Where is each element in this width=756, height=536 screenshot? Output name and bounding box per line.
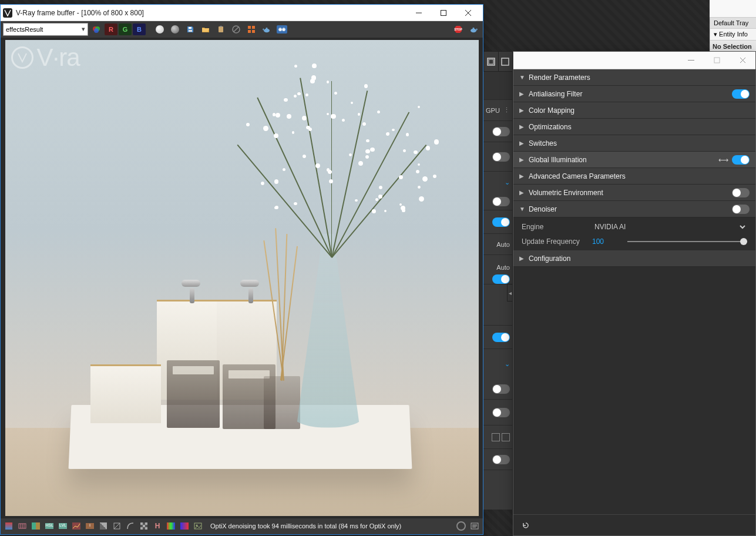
engine-select[interactable]: NVIDIA AI [592, 222, 747, 232]
svg-rect-7 [219, 26, 223, 32]
auto-label-1: Auto [496, 241, 510, 248]
clear-icon[interactable] [229, 22, 243, 36]
revert-icon[interactable] [518, 518, 533, 533]
clipboard-icon[interactable] [214, 22, 228, 36]
svg-rect-32 [140, 527, 143, 530]
caret-right-icon: ▶ [519, 255, 524, 262]
strip-tab-1[interactable] [483, 52, 498, 71]
freq-label: Update Frequency [522, 237, 586, 246]
gi-toggle[interactable] [732, 155, 750, 165]
svg-rect-8 [220, 26, 222, 27]
auto-label-2: Auto [496, 264, 510, 271]
freq-slider[interactable] [627, 241, 747, 242]
settings-close-button[interactable] [730, 52, 755, 69]
channel-selector[interactable]: effectsResult ▾ [3, 23, 88, 36]
freq-value[interactable]: 100 [592, 237, 621, 246]
svg-line-10 [234, 27, 238, 32]
volumetric-toggle[interactable] [732, 188, 750, 197]
toggle-3[interactable] [492, 197, 510, 206]
blue-channel-button[interactable]: B [133, 24, 146, 35]
tray-title[interactable]: Default Tray [710, 18, 756, 29]
section-render-parameters[interactable]: ▼Render Parameters [513, 69, 755, 86]
sb-progress-icon [455, 520, 467, 532]
svg-text:STOP: STOP [454, 28, 462, 31]
rgb-combined-icon[interactable] [89, 22, 103, 36]
toggle-7[interactable] [492, 384, 510, 394]
toggle-8[interactable] [492, 408, 510, 417]
small-box-icon-2[interactable] [502, 433, 510, 441]
save-icon[interactable] [183, 22, 197, 36]
section-optimizations[interactable]: ▶Optimizations [513, 119, 755, 135]
collapse-panel-icon[interactable]: ◂ [507, 284, 513, 302]
close-button[interactable] [456, 5, 481, 21]
slider-icon[interactable]: ⟷ [718, 156, 728, 164]
maximize-button[interactable] [431, 5, 456, 21]
teapot-start-icon[interactable] [466, 22, 481, 36]
settings-titlebar[interactable] [513, 52, 755, 69]
green-channel-button[interactable]: G [119, 24, 132, 35]
sb-srgb-icon[interactable] [125, 520, 136, 532]
denoiser-params: Engine NVIDIA AI Update Frequency 100 [513, 217, 755, 250]
sb-curves-icon[interactable]: LVL [57, 520, 69, 532]
sb-compare-icon[interactable] [30, 520, 42, 532]
status-message: OptiX denoising took 94 milliseconds in … [206, 522, 453, 530]
svg-rect-5 [189, 27, 191, 29]
red-channel-button[interactable]: R [105, 24, 117, 35]
strip-tab-2[interactable] [498, 52, 513, 71]
sb-h-icon[interactable]: H [152, 520, 163, 532]
settings-maximize-button[interactable] [704, 52, 730, 69]
sb-info-icon[interactable]: i [84, 520, 96, 532]
toggle-5[interactable] [492, 274, 510, 284]
section-antialiasing[interactable]: ▶Antialiasing Filter [513, 86, 755, 102]
svg-rect-13 [248, 30, 251, 33]
minimize-button[interactable] [406, 5, 431, 21]
sb-icon-1[interactable] [3, 520, 15, 532]
sb-history-icon[interactable] [16, 520, 28, 532]
denoiser-toggle[interactable] [732, 205, 750, 214]
caret-right-icon: ▶ [519, 123, 524, 130]
sb-ocio-icon[interactable] [179, 520, 190, 532]
caret-right-icon: ▶ [519, 107, 524, 113]
stop-render-icon[interactable]: STOP [451, 22, 465, 36]
sb-clamp-icon[interactable] [111, 520, 123, 532]
section-global-illumination[interactable]: ▶Global Illumination⟷ [513, 152, 755, 168]
entity-info-header[interactable]: ▾ Entity Info [710, 29, 756, 41]
section-switches[interactable]: ▶Switches [513, 135, 755, 152]
section-configuration[interactable]: ▶Configuration [513, 250, 755, 267]
chevron-down-icon-2[interactable]: ⌄ [504, 361, 510, 367]
sb-levels-icon[interactable]: HSL [43, 520, 55, 532]
toggle-4[interactable] [492, 217, 510, 227]
more-icon[interactable]: ⋮ [503, 106, 510, 114]
open-folder-icon[interactable] [199, 22, 213, 36]
sb-cc-icon[interactable] [70, 520, 82, 532]
mono-white-icon[interactable] [153, 22, 167, 36]
region-render-icon[interactable] [244, 22, 258, 36]
svg-rect-25 [72, 522, 80, 530]
sb-stamp-icon[interactable] [192, 520, 204, 532]
sb-bg-icon[interactable] [138, 520, 150, 532]
caret-right-icon: ▶ [519, 140, 524, 146]
small-box-icon[interactable] [492, 433, 500, 441]
svg-rect-1 [441, 10, 446, 15]
caret-right-icon: ▶ [519, 91, 524, 97]
toggle-1[interactable] [492, 127, 510, 136]
chevron-down-icon[interactable]: ⌄ [504, 179, 510, 185]
teapot-render-icon[interactable] [260, 22, 274, 36]
toggle-6[interactable] [492, 333, 510, 342]
vfb-titlebar[interactable]: V-Ray frame buffer - [100% of 800 x 800] [1, 5, 483, 21]
toggle-9[interactable] [492, 455, 510, 464]
section-denoiser[interactable]: ▼Denoiser [513, 201, 755, 217]
vray-render-settings-panel: ▼Render Parameters ▶Antialiasing Filter … [513, 51, 756, 536]
antialiasing-toggle[interactable] [732, 89, 750, 99]
section-adv-camera[interactable]: ▶Advanced Camera Parameters [513, 168, 755, 185]
section-volumetric[interactable]: ▶Volumetric Environment [513, 185, 755, 201]
vfb-render-canvas[interactable]: V·ra [1, 38, 483, 518]
mono-grey-icon[interactable] [168, 22, 182, 36]
vr-icon[interactable]: ◉◉ [275, 22, 289, 36]
toggle-2[interactable] [492, 152, 510, 162]
sb-pixel-icon[interactable] [98, 520, 109, 532]
section-color-mapping[interactable]: ▶Color Mapping [513, 102, 755, 119]
sb-lut-icon[interactable] [165, 520, 177, 532]
settings-minimize-button[interactable] [678, 52, 704, 69]
sb-log-icon[interactable] [469, 520, 481, 532]
